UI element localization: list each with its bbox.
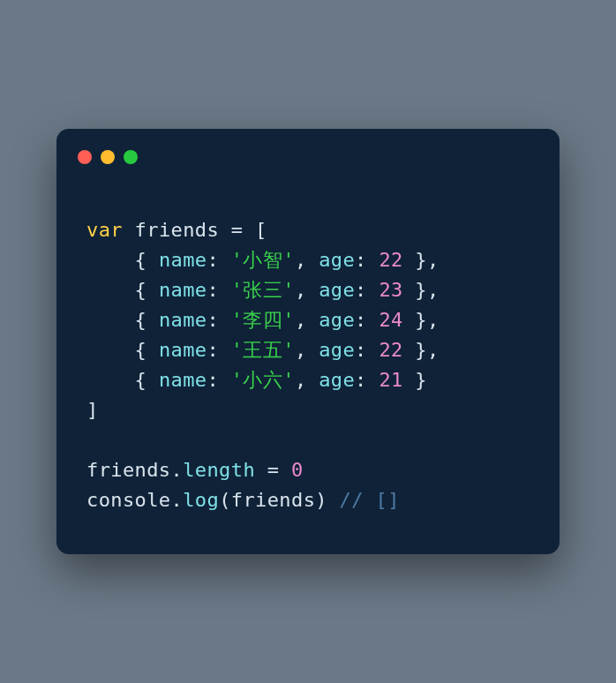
colon: : [355, 369, 379, 391]
prop-age: age [319, 249, 355, 271]
prop-name: name [159, 249, 207, 271]
prop-name: name [159, 339, 207, 361]
string-literal: '王五' [231, 339, 295, 361]
brace-close: } [403, 369, 427, 391]
dot: . [171, 489, 184, 511]
brace-open: { [135, 249, 159, 271]
comma: , [427, 309, 439, 331]
brace-open: { [135, 279, 159, 301]
paren-open: ( [219, 489, 231, 511]
identifier: friends [231, 489, 316, 511]
dot: . [171, 459, 184, 481]
colon: : [207, 309, 230, 331]
colon: : [355, 309, 379, 331]
equals: = [255, 459, 291, 481]
comma: , [427, 339, 439, 361]
maximize-icon[interactable] [124, 150, 138, 164]
comma: , [295, 249, 319, 271]
method-log: log [183, 489, 219, 511]
prop-age: age [319, 369, 355, 391]
prop-name: name [159, 309, 207, 331]
comma: , [427, 249, 439, 271]
var-name: friends [135, 219, 220, 241]
identifier: friends [86, 459, 171, 481]
keyword-var: var [86, 219, 123, 241]
close-bracket: ] [86, 399, 99, 421]
prop-age: age [319, 339, 355, 361]
colon: : [207, 369, 230, 391]
comma: , [427, 279, 439, 301]
code-block: var friends = [ { name: '小智', age: 22 },… [56, 171, 560, 516]
string-literal: '小六' [231, 369, 295, 391]
prop-name: name [159, 279, 207, 301]
brace-open: { [135, 309, 159, 331]
prop-length: length [183, 459, 255, 481]
comment: // [] [327, 489, 400, 511]
brace-close: } [403, 339, 427, 361]
prop-age: age [319, 279, 355, 301]
brace-close: } [403, 279, 427, 301]
brace-close: } [403, 249, 427, 271]
comma: , [295, 369, 319, 391]
comma: , [295, 309, 319, 331]
colon: : [207, 279, 230, 301]
prop-age: age [319, 309, 355, 331]
brace-open: { [135, 339, 159, 361]
identifier: console [86, 489, 171, 511]
minimize-icon[interactable] [101, 150, 115, 164]
open-bracket: [ [255, 219, 267, 241]
brace-open: { [135, 369, 159, 391]
number-literal: 21 [379, 369, 402, 391]
colon: : [355, 279, 379, 301]
brace-close: } [403, 309, 427, 331]
string-literal: '小智' [231, 249, 295, 271]
close-icon[interactable] [78, 150, 92, 164]
number-literal: 24 [379, 309, 402, 331]
comma: , [295, 339, 319, 361]
number-literal: 23 [379, 279, 402, 301]
code-window: var friends = [ { name: '小智', age: 22 },… [56, 129, 560, 555]
colon: : [207, 339, 230, 361]
equals: = [219, 219, 255, 241]
paren-close: ) [315, 489, 327, 511]
number-literal: 0 [291, 459, 304, 481]
window-titlebar [56, 150, 560, 171]
comma: , [295, 279, 319, 301]
number-literal: 22 [379, 339, 402, 361]
number-literal: 22 [379, 249, 402, 271]
string-literal: '张三' [231, 279, 295, 301]
colon: : [355, 339, 379, 361]
colon: : [355, 249, 379, 271]
colon: : [207, 249, 230, 271]
string-literal: '李四' [231, 309, 295, 331]
prop-name: name [159, 369, 207, 391]
